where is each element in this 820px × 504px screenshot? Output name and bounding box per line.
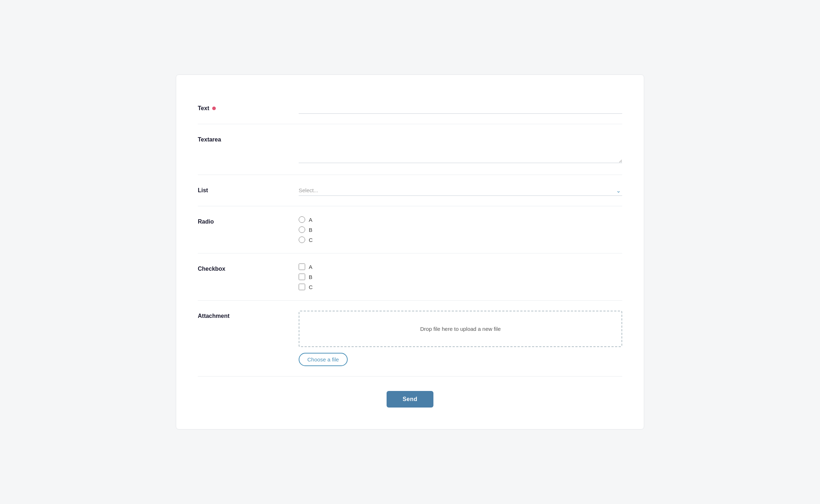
- text-row: Text: [198, 93, 622, 124]
- attachment-label-text: Attachment: [198, 313, 229, 319]
- radio-input-a[interactable]: [299, 216, 305, 223]
- required-indicator: [212, 107, 216, 110]
- send-button[interactable]: Send: [387, 391, 433, 408]
- checkbox-input-b[interactable]: [299, 274, 305, 280]
- select-wrapper: Select... Option A Option B Option C ⌄: [299, 185, 622, 196]
- list-control-area: Select... Option A Option B Option C ⌄: [291, 185, 622, 196]
- list-row: List Select... Option A Option B Option …: [198, 175, 622, 206]
- radio-label: Radio: [198, 216, 291, 225]
- radio-item-a[interactable]: A: [299, 216, 622, 223]
- text-control-area: [291, 103, 622, 114]
- radio-label-a: A: [309, 217, 312, 223]
- send-row: Send: [198, 391, 622, 408]
- checkbox-input-a[interactable]: [299, 264, 305, 270]
- checkbox-label-c: C: [309, 284, 313, 290]
- choose-file-button[interactable]: Choose a file: [299, 353, 348, 366]
- radio-group: A B C: [299, 216, 622, 243]
- list-label: List: [198, 185, 291, 194]
- attachment-label: Attachment: [198, 311, 291, 319]
- radio-label-b: B: [309, 227, 312, 233]
- drop-zone-text: Drop file here to upload a new file: [420, 326, 500, 332]
- attachment-control-area: Drop file here to upload a new file Choo…: [291, 311, 622, 366]
- attachment-row: Attachment Drop file here to upload a ne…: [198, 301, 622, 377]
- radio-label-c: C: [309, 237, 313, 243]
- checkbox-control-area: A B C: [291, 264, 622, 290]
- checkbox-item-c[interactable]: C: [299, 284, 622, 290]
- checkbox-row: Checkbox A B C: [198, 253, 622, 301]
- drop-zone[interactable]: Drop file here to upload a new file: [299, 311, 622, 347]
- checkbox-label-text: Checkbox: [198, 266, 225, 272]
- list-label-text: List: [198, 187, 208, 194]
- text-input[interactable]: [299, 103, 622, 114]
- checkbox-group: A B C: [299, 264, 622, 290]
- text-label-text: Text: [198, 105, 209, 112]
- checkbox-label-a: A: [309, 264, 312, 270]
- radio-item-c[interactable]: C: [299, 237, 622, 243]
- form-container: Text Textarea List Select... Option A Op…: [176, 75, 644, 429]
- textarea-input[interactable]: [299, 134, 622, 163]
- checkbox-item-b[interactable]: B: [299, 274, 622, 280]
- radio-input-b[interactable]: [299, 226, 305, 233]
- checkbox-label: Checkbox: [198, 264, 291, 272]
- radio-item-b[interactable]: B: [299, 226, 622, 233]
- textarea-label-text: Textarea: [198, 136, 221, 143]
- checkbox-label-b: B: [309, 274, 312, 280]
- radio-row: Radio A B C: [198, 206, 622, 253]
- radio-input-c[interactable]: [299, 237, 305, 243]
- textarea-control-area: [291, 134, 622, 165]
- textarea-row: Textarea: [198, 124, 622, 175]
- text-label: Text: [198, 103, 291, 112]
- radio-label-text: Radio: [198, 219, 214, 225]
- checkbox-item-a[interactable]: A: [299, 264, 622, 270]
- checkbox-input-c[interactable]: [299, 284, 305, 290]
- textarea-label: Textarea: [198, 134, 291, 143]
- radio-control-area: A B C: [291, 216, 622, 243]
- list-select[interactable]: Select... Option A Option B Option C: [299, 185, 622, 195]
